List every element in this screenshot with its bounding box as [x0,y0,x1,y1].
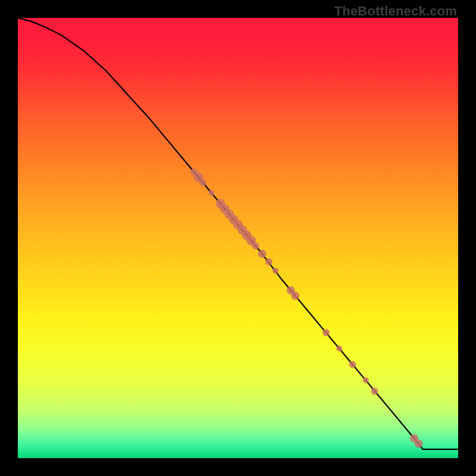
chart-canvas [18,18,458,458]
data-point [199,179,206,186]
plot-area [18,18,458,458]
data-point [209,190,215,196]
data-point [273,268,278,274]
data-point [265,258,273,265]
bottleneck-curve [18,18,458,449]
data-point [258,250,267,258]
data-point [336,346,342,352]
data-point [414,440,422,448]
data-point [371,388,378,395]
data-point [322,329,330,336]
chart-frame: TheBottleneck.com [0,0,476,476]
data-point [363,377,369,383]
data-point [291,292,299,300]
data-point [252,242,259,249]
data-point [349,361,356,368]
watermark-text: TheBottleneck.com [334,4,457,19]
